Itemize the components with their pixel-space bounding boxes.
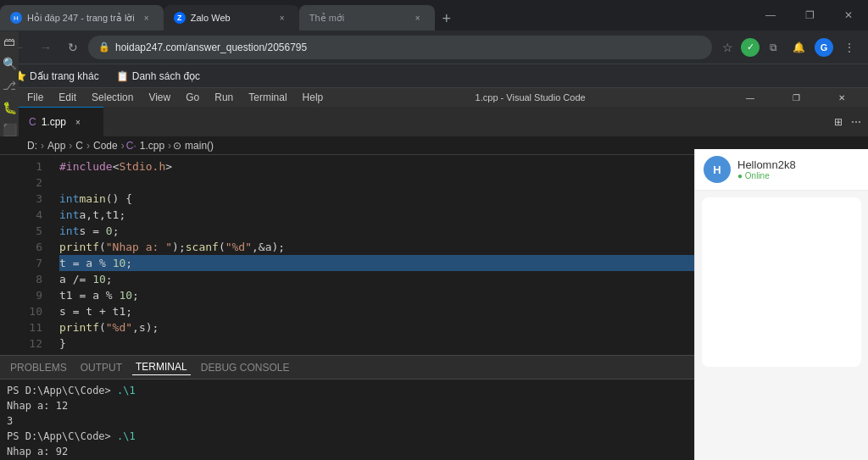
- tab-close-hoidap[interactable]: ×: [140, 11, 153, 25]
- profile-verified-icon: ✓: [741, 38, 760, 57]
- reload-button[interactable]: ↻: [61, 36, 85, 59]
- breadcrumb-sep3: ›: [86, 140, 90, 152]
- output-tab[interactable]: OUTPUT: [77, 360, 125, 375]
- minimize-icon[interactable]: —: [751, 0, 790, 30]
- zalo-message-area: [695, 191, 868, 460]
- tab-close-btn[interactable]: ×: [71, 115, 85, 129]
- vscode-minimize-button[interactable]: —: [731, 88, 770, 107]
- maximize-icon[interactable]: ❐: [790, 0, 829, 30]
- split-editor-icon[interactable]: ⊞: [831, 114, 846, 130]
- breadcrumb-app[interactable]: App: [46, 140, 67, 152]
- browser-tab-hoidap[interactable]: H Hỏi đáp 247 - trang trả lời ×: [0, 5, 164, 30]
- zalo-user-info: Hellomn2k8 ● Online: [737, 158, 796, 180]
- bookmark-danh-sach-doc[interactable]: 📋 Danh sách đọc: [109, 69, 207, 84]
- menu-selection[interactable]: Selection: [85, 90, 140, 105]
- breadcrumb-sep2: ›: [69, 140, 72, 152]
- vscode-menubar: File Edit Selection View Go Run Terminal…: [20, 90, 330, 105]
- tab-close-zalo[interactable]: ×: [275, 11, 289, 25]
- menu-terminal[interactable]: Terminal: [242, 90, 293, 105]
- vscode-title: 1.cpp - Visual Studio Code: [330, 92, 731, 103]
- breadcrumb-filename[interactable]: 1.cpp: [138, 140, 166, 152]
- bookmarks-bar: ⭐ Dấu trang khác 📋 Danh sách đọc: [0, 64, 868, 88]
- url-text: hoidap247.com/answer_question/2056795: [115, 42, 307, 53]
- menu-help[interactable]: Help: [296, 90, 331, 105]
- profile-avatar: G: [815, 38, 833, 57]
- explorer-icon[interactable]: 🗃: [3, 35, 15, 48]
- tab-close-new[interactable]: ×: [411, 11, 425, 25]
- breadcrumb-code[interactable]: Code: [92, 140, 120, 152]
- vscode-win-controls: — ❐ ✕: [731, 88, 861, 107]
- vscode-file-tab[interactable]: C 1.cpp ×: [19, 107, 103, 136]
- tab-title-hoidap: Hỏi đáp 247 - trang trả lời: [27, 13, 135, 24]
- menu-run[interactable]: Run: [208, 90, 240, 105]
- bookmark-list-icon: 📋: [116, 70, 129, 82]
- tab-title-zalo: Zalo Web: [191, 13, 231, 23]
- breadcrumb-c[interactable]: C: [74, 140, 85, 152]
- problems-tab[interactable]: PROBLEMS: [7, 360, 70, 375]
- vscode-maximize-button[interactable]: ❐: [776, 88, 815, 107]
- menu-file[interactable]: File: [20, 90, 50, 105]
- zalo-panel: H Hellomn2k8 ● Online iu được kiểm duyệt…: [694, 149, 868, 460]
- settings-button[interactable]: ⋮: [837, 36, 861, 59]
- browser-tab-new[interactable]: Thẻ mới ×: [299, 5, 435, 30]
- breadcrumb-function[interactable]: main(): [183, 140, 215, 152]
- tab-favicon-zalo: Z: [174, 12, 186, 24]
- zalo-username: Hellomn2k8: [737, 158, 796, 171]
- breadcrumb-d[interactable]: D:: [25, 140, 39, 152]
- menu-view[interactable]: View: [142, 90, 177, 105]
- search-activity-icon[interactable]: 🔍: [3, 57, 17, 70]
- new-tab-button[interactable]: +: [435, 7, 459, 30]
- lock-icon: 🔒: [98, 42, 110, 53]
- cpp-file-icon: C: [29, 116, 36, 128]
- toolbar-icons: ☆ ✓ ⧉ 🔔 G ⋮: [715, 36, 861, 59]
- breadcrumb-sep4: ›: [121, 140, 125, 152]
- breadcrumb-function-icon: ⊙: [173, 140, 181, 152]
- extensions-button[interactable]: ⧉: [761, 36, 785, 59]
- browser-toolbar: ← → ↻ 🔒 hoidap247.com/answer_question/20…: [0, 30, 868, 64]
- vscode-tab-row: 🗃 🔍 ⎇ 🐛 ⬛ C 1.cpp × ⊞ ⋯: [0, 107, 868, 136]
- tab-bar: H Hỏi đáp 247 - trang trả lời × Z Zalo W…: [0, 0, 868, 30]
- extensions-activity-icon[interactable]: ⬛: [3, 123, 17, 136]
- tab-area-actions: ⊞ ⋯: [827, 114, 868, 130]
- tab-favicon-hoidap: H: [10, 12, 22, 24]
- bookmark-hoidap247-label: Dấu trang khác: [30, 70, 99, 82]
- notifications-button[interactable]: 🔔: [787, 36, 810, 59]
- zalo-avatar: H: [704, 156, 731, 183]
- more-tab-actions-icon[interactable]: ⋯: [848, 114, 865, 130]
- close-window-icon[interactable]: ✕: [829, 0, 868, 30]
- source-control-icon[interactable]: ⎇: [3, 79, 16, 92]
- browser-tab-zalo[interactable]: Z Zalo Web ×: [164, 5, 299, 30]
- bookmark-hoidap247[interactable]: ⭐ Dấu trang khác: [7, 69, 106, 84]
- zalo-message-box: [702, 197, 861, 367]
- debug-icon[interactable]: 🐛: [3, 101, 17, 114]
- vscode-titlebar: ⬡ File Edit Selection View Go Run Termin…: [0, 88, 868, 107]
- breadcrumb-file-icon: C·: [126, 140, 136, 152]
- breadcrumb-sep5: ›: [168, 140, 171, 152]
- line-numbers-gutter: 1 2 3 4 5 6 7 8 9 10 11 12: [19, 155, 53, 355]
- bookmark-danh-sach-label: Danh sách đọc: [132, 70, 200, 82]
- vscode-activity-bar: 🗃 🔍 ⎇ 🐛 ⬛: [0, 31, 19, 136]
- tab-filename: 1.cpp: [42, 116, 66, 128]
- bookmark-star-button[interactable]: ☆: [715, 36, 739, 59]
- tab-title-new: Thẻ mới: [309, 13, 345, 24]
- profile-button[interactable]: G: [812, 36, 836, 59]
- terminal-tab[interactable]: TERMINAL: [132, 359, 191, 375]
- browser-chrome: H Hỏi đáp 247 - trang trả lời × Z Zalo W…: [0, 0, 868, 88]
- menu-edit[interactable]: Edit: [52, 90, 83, 105]
- zalo-header: H Hellomn2k8 ● Online: [695, 149, 868, 191]
- menu-go[interactable]: Go: [179, 90, 206, 105]
- breadcrumb-sep1: ›: [41, 140, 44, 152]
- vscode-close-button[interactable]: ✕: [822, 88, 861, 107]
- zalo-status: ● Online: [737, 171, 796, 180]
- forward-button[interactable]: →: [34, 36, 58, 59]
- debug-console-tab[interactable]: DEBUG CONSOLE: [198, 360, 293, 375]
- content-area: ⬡ File Edit Selection View Go Run Termin…: [0, 88, 868, 433]
- address-bar[interactable]: 🔒 hoidap247.com/answer_question/2056795: [88, 36, 712, 59]
